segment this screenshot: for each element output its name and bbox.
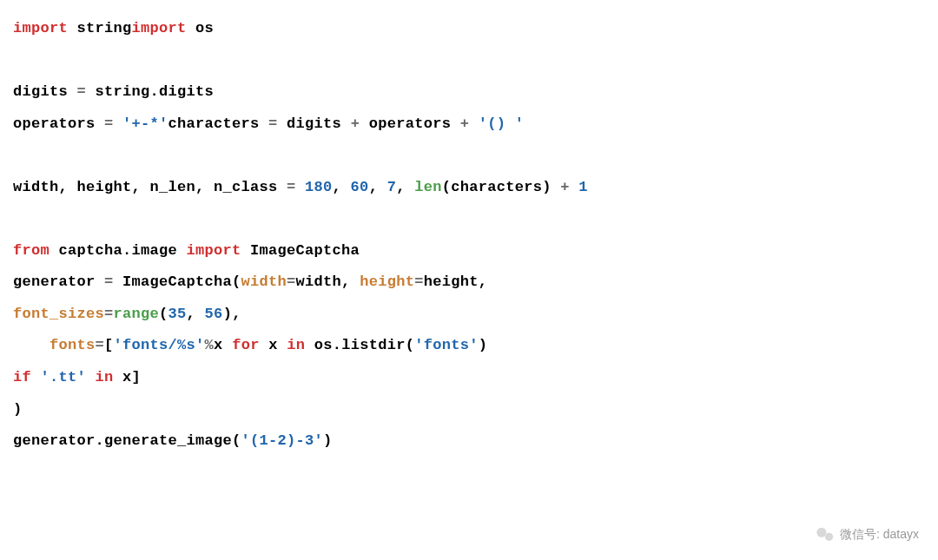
id: string.digits xyxy=(86,83,214,100)
id: ) xyxy=(13,401,23,418)
watermark-label: 微信号: datayx xyxy=(840,527,919,543)
id: , xyxy=(333,179,351,195)
op: = xyxy=(104,306,114,322)
id: x xyxy=(260,337,287,353)
id: width, height, n_len, n_class xyxy=(13,179,287,195)
id: [ xyxy=(104,337,114,353)
id: x] xyxy=(114,369,142,385)
op: = xyxy=(104,273,114,290)
code-line-11: fonts=['fonts/%s'%x for x in os.listdir(… xyxy=(13,330,925,362)
code-line-blank xyxy=(13,140,925,172)
fn: len xyxy=(414,179,442,195)
indent xyxy=(13,337,50,353)
param: fonts xyxy=(50,337,96,353)
id: generator xyxy=(13,273,104,290)
code-line-10: font_sizes=range(35, 56), xyxy=(13,299,925,331)
watermark: 微信号: datayx xyxy=(816,525,919,544)
code-line-6: width, height, n_len, n_class = 180, 60,… xyxy=(13,172,925,204)
code-line-9: generator = ImageCaptcha(width=width, he… xyxy=(13,267,925,299)
id: characters xyxy=(168,115,269,132)
op: = xyxy=(104,115,114,132)
op: + xyxy=(560,179,570,195)
num: 180 xyxy=(296,179,333,195)
id: operators xyxy=(13,115,104,132)
id: string xyxy=(68,20,132,36)
id: ), xyxy=(223,306,241,322)
code-line-13: ) xyxy=(13,394,925,426)
id: , xyxy=(369,179,387,195)
svg-point-1 xyxy=(825,533,833,541)
kw-import: import xyxy=(132,20,187,36)
cls: ImageCaptcha xyxy=(241,242,360,259)
kw: if xyxy=(13,369,31,385)
id: ) xyxy=(323,432,333,449)
op: = xyxy=(268,115,278,132)
code-line-blank xyxy=(13,203,925,235)
id: generator.generate_image( xyxy=(13,432,241,449)
op: = xyxy=(414,273,424,290)
op: = xyxy=(77,83,87,100)
id: operators xyxy=(360,115,460,132)
mod: captcha.image xyxy=(50,242,187,259)
param: height xyxy=(360,273,414,290)
kw-from: from xyxy=(13,242,50,259)
id: , xyxy=(187,306,205,322)
num: 56 xyxy=(205,306,223,322)
code-line-14: generator.generate_image('(1-2)-3') xyxy=(13,425,925,458)
kw: in xyxy=(86,369,114,385)
op: = xyxy=(287,273,296,290)
id: digits xyxy=(278,115,351,132)
id: height, xyxy=(424,273,488,290)
id: , xyxy=(396,179,414,195)
wechat-icon xyxy=(816,525,835,544)
id: os.listdir( xyxy=(305,337,414,353)
id: os xyxy=(187,20,215,36)
code-line-3: digits = string.digits xyxy=(13,76,925,109)
code-line-blank xyxy=(13,45,925,77)
num: 7 xyxy=(387,179,397,195)
id: ) xyxy=(479,337,488,353)
param: width xyxy=(241,273,287,290)
op: + xyxy=(351,115,360,132)
num: 60 xyxy=(351,179,369,195)
num: 35 xyxy=(168,306,187,322)
code-line-8: from captcha.image import ImageCaptcha xyxy=(13,235,925,267)
id: width, xyxy=(296,273,360,290)
code-line-1: import stringimport os xyxy=(13,13,925,45)
str: 'fonts/%s' xyxy=(114,337,205,353)
str: '(1-2)-3' xyxy=(241,432,324,449)
id: digits xyxy=(13,83,77,100)
code-line-12: if '.tt' in x] xyxy=(13,362,925,394)
id: ( xyxy=(159,306,168,322)
op: = xyxy=(287,179,296,195)
str: '+-*' xyxy=(114,115,168,132)
param: font_sizes xyxy=(13,306,104,322)
str: '.tt' xyxy=(31,369,86,385)
op: % xyxy=(205,337,215,353)
num: 1 xyxy=(570,179,588,195)
id: x xyxy=(214,337,232,353)
kw-import: import xyxy=(13,20,68,36)
id: (characters) xyxy=(442,179,561,195)
kw-import: import xyxy=(187,242,241,259)
str: 'fonts' xyxy=(414,337,479,353)
fn: range xyxy=(114,306,160,322)
svg-point-0 xyxy=(816,528,826,537)
kw: for xyxy=(232,337,260,353)
op: = xyxy=(96,337,105,353)
code-line-4: operators = '+-*'characters = digits + o… xyxy=(13,109,925,141)
op: + xyxy=(460,115,470,132)
code-block: import stringimport os digits = string.d… xyxy=(13,13,925,458)
kw: in xyxy=(287,337,305,353)
fn: ImageCaptcha( xyxy=(114,273,241,290)
str: '() ' xyxy=(469,115,524,132)
